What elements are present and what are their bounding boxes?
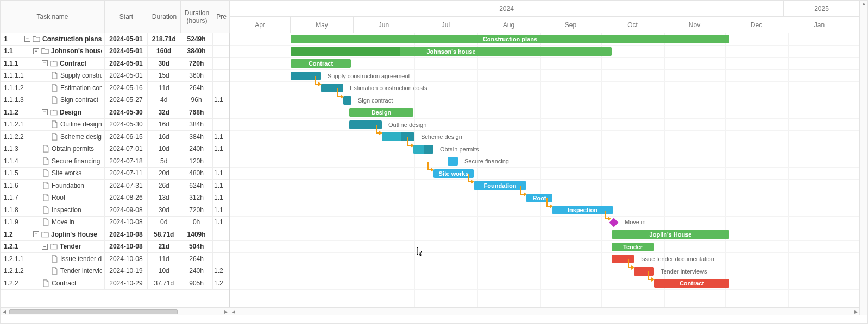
task-row[interactable]: 1.1.1.3Sign contract2024-05-274d96h1.1	[1, 94, 229, 107]
gantt-row[interactable]: Contract	[230, 277, 860, 290]
bar-label: Scheme design	[421, 134, 462, 140]
scroll-thumb[interactable]	[9, 309, 178, 314]
duration-hours-cell: 0h	[180, 217, 213, 228]
gantt-row[interactable]: Contract	[230, 58, 860, 70]
predecessor-cell	[213, 33, 229, 45]
scroll-left-icon[interactable]: ◂	[230, 308, 237, 315]
gantt-header: 20242025AprMayJunJulAugSepOctNovDecJan	[230, 1, 860, 33]
task-row[interactable]: 1.1.8Inspection2024-09-0830d720h1.1	[1, 204, 229, 217]
task-row[interactable]: 1.1.1−Contract2024-05-0130d720h	[1, 58, 229, 70]
predecessor-cell	[213, 253, 229, 265]
predecessor-cell: 1.1	[213, 94, 229, 106]
task-row[interactable]: 1.1−Johnson's house2024-05-01160d3840h	[1, 46, 229, 58]
scroll-up-icon[interactable]: ▴	[860, 1, 867, 8]
gantt-row[interactable]: Joplin's House	[230, 228, 860, 241]
col-header-predecessors[interactable]: Pre	[213, 1, 230, 33]
gantt-bar[interactable]: Joplin's House	[612, 230, 729, 239]
collapse-toggle[interactable]: −	[33, 48, 39, 54]
scroll-left-icon[interactable]: ◂	[1, 308, 8, 315]
gantt-bar[interactable]: Sign contract	[343, 96, 351, 105]
file-icon	[42, 194, 49, 201]
gantt-row[interactable]: Sign contract	[230, 94, 860, 107]
col-header-taskname[interactable]: Task name	[1, 1, 105, 33]
gantt-body[interactable]: Construction plansJohnson's houseContrac…	[230, 33, 860, 290]
bar-label: Tender	[623, 244, 643, 250]
duration-hours-cell: 360h	[180, 70, 213, 82]
task-row[interactable]: 1.2.1.2Tender intervie2024-10-1910d240h1…	[1, 265, 229, 278]
grid-hscroll[interactable]: ◂ ▸	[1, 307, 230, 315]
gantt-row[interactable]: Inspection	[230, 204, 860, 217]
col-header-duration-hours[interactable]: Duration (hours)	[181, 1, 213, 33]
collapse-toggle[interactable]: −	[42, 244, 48, 250]
collapse-toggle[interactable]: −	[42, 109, 48, 115]
duration-cell: 30d	[148, 58, 180, 69]
scroll-right-icon[interactable]: ▸	[222, 308, 230, 315]
dependency-arrow	[647, 271, 655, 283]
gantt-row[interactable]: Foundation	[230, 180, 860, 192]
gantt-row[interactable]: Estimation construction costs	[230, 82, 860, 94]
gantt-row[interactable]: Scheme design	[230, 131, 860, 143]
bar-label: Tender interviews	[661, 268, 707, 275]
duration-hours-cell: 120h	[180, 155, 213, 167]
gantt-row[interactable]: Tender	[230, 241, 860, 253]
task-row[interactable]: 1.1.3Obtain permits2024-07-0110d240h1.1	[1, 143, 229, 156]
gantt-row[interactable]: Secure financing	[230, 155, 860, 168]
dependency-arrow	[375, 125, 383, 137]
task-name-label: Contract	[52, 279, 76, 287]
gantt-row[interactable]: Tender interviews	[230, 265, 860, 278]
gantt-row[interactable]: Issue tender documentation	[230, 253, 860, 265]
file-icon	[42, 218, 49, 226]
gantt-bar[interactable]: Design	[349, 108, 413, 117]
gantt-bar[interactable]: Johnson's house	[291, 47, 612, 56]
gantt-row[interactable]: Construction plans	[230, 33, 860, 46]
file-icon	[51, 96, 58, 104]
gantt-row[interactable]: Supply construction agreement	[230, 70, 860, 82]
gantt-bar[interactable]: Contract	[291, 59, 351, 68]
gantt-row[interactable]: Move in	[230, 217, 860, 229]
gantt-row[interactable]: Obtain permits	[230, 143, 860, 156]
file-icon	[42, 157, 49, 165]
task-row[interactable]: 1.1.2−Design2024-05-3032d768h	[1, 106, 229, 119]
gantt-hscroll[interactable]: ◂ ▸	[230, 307, 860, 315]
task-row[interactable]: 1.1.1.1Supply constru2024-05-0115d360h	[1, 70, 229, 82]
gantt-bar[interactable]: Foundation	[474, 181, 526, 190]
collapse-toggle[interactable]: −	[42, 60, 48, 66]
vscroll[interactable]: ▴	[859, 1, 867, 315]
task-name-label: Outline design	[60, 120, 102, 128]
gantt-bar[interactable]: Contract	[654, 279, 729, 288]
gantt-bar[interactable]: Tender	[612, 243, 654, 251]
start-cell: 2024-05-01	[105, 46, 148, 58]
gantt-row[interactable]: Roof	[230, 192, 860, 205]
gantt-row[interactable]: Design	[230, 106, 860, 119]
duration-hours-cell: 768h	[180, 106, 213, 118]
task-row[interactable]: 1.1.7Roof2024-08-2613d312h1.1	[1, 192, 229, 205]
task-row[interactable]: 1.1.1.2Estimation con2024-05-1611d264h	[1, 82, 229, 94]
task-row[interactable]: 1.2.2Contract2024-10-2937.71d905h1.2	[1, 277, 229, 290]
start-cell: 2024-10-29	[105, 277, 148, 289]
col-header-duration[interactable]: Duration	[148, 1, 181, 33]
task-name-label: Sign contract	[60, 96, 98, 104]
task-row[interactable]: 1.1.2.2Scheme desig2024-06-1516d384h1.1	[1, 131, 229, 143]
gantt-row[interactable]: Outline design	[230, 119, 860, 131]
task-row[interactable]: 1.1.4Secure financing2024-07-185d120h	[1, 155, 229, 168]
task-row[interactable]: 1.2.1−Tender2024-10-0821d504h	[1, 241, 229, 253]
collapse-toggle[interactable]: −	[24, 36, 30, 42]
gantt-bar[interactable]: Construction plans	[291, 35, 729, 43]
task-row[interactable]: 1.1.9Move in2024-10-080d0h1.1	[1, 217, 229, 229]
collapse-toggle[interactable]: −	[33, 231, 39, 237]
gantt-row[interactable]: Johnson's house	[230, 46, 860, 58]
start-cell: 2024-05-27	[105, 94, 148, 106]
task-row[interactable]: 1.1.2.1Outline design2024-05-3016d384h	[1, 119, 229, 131]
task-row[interactable]: 1.1.5Site works2024-07-1120d480h1.1	[1, 168, 229, 180]
gantt-bar[interactable]: Obtain permits	[413, 145, 433, 154]
scroll-right-icon[interactable]: ▸	[852, 308, 860, 315]
gantt-bar[interactable]: Secure financing	[448, 157, 458, 166]
task-row[interactable]: 1.1.6Foundation2024-07-3126d624h1.1	[1, 180, 229, 192]
folder-icon	[50, 243, 58, 250]
task-row[interactable]: 1−Construction plans2024-05-01218.71d524…	[1, 33, 229, 46]
gantt-row[interactable]: Site works	[230, 168, 860, 180]
task-row[interactable]: 1.2−Joplin's House2024-10-0858.71d1409h	[1, 228, 229, 241]
col-header-start[interactable]: Start	[105, 1, 148, 33]
task-row[interactable]: 1.2.1.1Issue tender d2024-10-0811d264h	[1, 253, 229, 265]
task-name-label: Supply constru	[60, 72, 102, 79]
